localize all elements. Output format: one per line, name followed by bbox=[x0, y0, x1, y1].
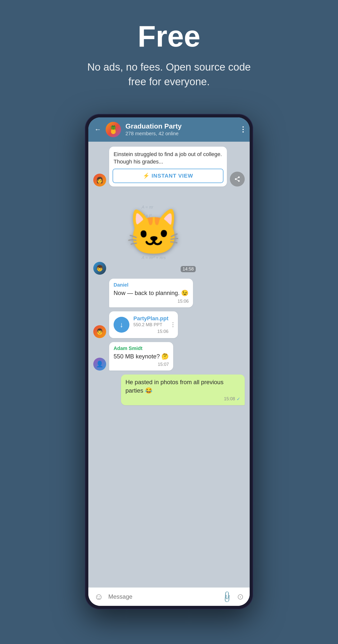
download-button[interactable]: ↓ bbox=[114, 317, 129, 333]
phone-outer: ← 🍍 Graduation Party 278 members, 42 onl… bbox=[85, 114, 253, 609]
instant-view-label: INSTANT VIEW bbox=[151, 173, 193, 179]
file-dot-2 bbox=[172, 324, 173, 325]
cat-sticker: 🐱 bbox=[126, 206, 182, 259]
self-msg-time: 15:08 bbox=[224, 396, 235, 402]
file-dot-1 bbox=[172, 322, 173, 323]
attach-button[interactable]: 📎 bbox=[220, 590, 234, 604]
back-button[interactable]: ← bbox=[94, 126, 101, 134]
instant-view-button[interactable]: ⚡ INSTANT VIEW bbox=[113, 169, 223, 183]
group-members-count: 278 members, 42 online bbox=[125, 131, 238, 136]
group-info: Graduation Party 278 members, 42 online bbox=[125, 122, 238, 136]
user-avatar-1: 👩 bbox=[93, 174, 106, 186]
file-info: PartyPlan.ppt 550.2 MB PPT 15:06 bbox=[133, 315, 169, 334]
phone-wrapper: ← 🍍 Graduation Party 278 members, 42 onl… bbox=[0, 114, 338, 609]
group-avatar: 🍍 bbox=[106, 122, 121, 137]
sticker-time: 14:58 bbox=[181, 266, 196, 272]
file-msg-meta: 15:06 bbox=[133, 329, 169, 334]
daniel-msg-time: 15:06 bbox=[177, 299, 189, 304]
daniel-msg-meta: 15:06 bbox=[114, 299, 189, 304]
adam-msg-text: 550 MB keynote? 🤔 bbox=[114, 352, 169, 361]
adam-msg-meta: 15:07 bbox=[114, 362, 169, 367]
input-bar: ☺ 📎 ⊙ bbox=[88, 588, 250, 606]
daniel-sender-name: Daniel bbox=[114, 282, 189, 288]
daniel-bubble: Daniel Now — back to planning. 😉 15:06 bbox=[109, 279, 193, 308]
group-name: Graduation Party bbox=[125, 122, 238, 130]
file-dot-3 bbox=[172, 326, 173, 327]
file-size: 550.2 MB PPT bbox=[133, 322, 169, 328]
sticker-message-row: 👦 A = πr V = l³ P = 2πr A = πr² s = √(r²… bbox=[93, 190, 245, 275]
daniel-msg-text: Now — back to planning. 😉 bbox=[114, 289, 189, 297]
file-name: PartyPlan.ppt bbox=[133, 315, 169, 322]
camera-button[interactable]: ⊙ bbox=[237, 592, 244, 602]
more-dot-3 bbox=[243, 131, 244, 132]
avatar-placeholder-1 bbox=[93, 294, 106, 308]
adam-message-row: 👤 Adam Smidt 550 MB keynote? 🤔 15:07 bbox=[93, 342, 245, 371]
user-avatar-3: 👨 bbox=[93, 325, 106, 338]
file-msg-time: 15:06 bbox=[157, 329, 169, 334]
adam-msg-time: 15:07 bbox=[158, 362, 169, 367]
file-message-row: 👨 ↓ PartyPlan.ppt 550.2 MB PPT 15:06 bbox=[93, 311, 245, 338]
self-bubble: He pasted in photos from all previous pa… bbox=[121, 374, 245, 405]
article-bubble: Einstein struggled to find a job out of … bbox=[109, 147, 227, 187]
more-options-button[interactable] bbox=[243, 126, 244, 132]
file-bubble: ↓ PartyPlan.ppt 550.2 MB PPT 15:06 bbox=[109, 311, 178, 338]
self-msg-text: He pasted in photos from all previous pa… bbox=[125, 378, 240, 394]
emoji-button[interactable]: ☺ bbox=[94, 592, 103, 602]
self-message-row: He pasted in photos from all previous pa… bbox=[93, 374, 245, 405]
chat-body: 👩 Einstein struggled to find a job out o… bbox=[88, 142, 250, 588]
user-avatar-4: 👤 bbox=[93, 358, 106, 370]
share-button[interactable] bbox=[230, 172, 245, 186]
group-avatar-emoji: 🍍 bbox=[108, 125, 118, 134]
chat-header: ← 🍍 Graduation Party 278 members, 42 onl… bbox=[88, 118, 250, 142]
file-more-button[interactable] bbox=[172, 322, 173, 327]
hero-subtitle: No ads, no fees. Open source code free f… bbox=[82, 60, 256, 89]
message-input[interactable] bbox=[108, 593, 217, 600]
self-msg-meta: 15:08 ✓ bbox=[125, 396, 240, 402]
daniel-message-row: Daniel Now — back to planning. 😉 15:06 bbox=[93, 279, 245, 308]
article-text: Einstein struggled to find a job out of … bbox=[109, 147, 227, 169]
user-avatar-2: 👦 bbox=[93, 262, 106, 275]
adam-bubble: Adam Smidt 550 MB keynote? 🤔 15:07 bbox=[109, 342, 173, 371]
article-message-row: 👩 Einstein struggled to find a job out o… bbox=[93, 147, 245, 187]
adam-sender-name: Adam Smidt bbox=[114, 346, 169, 351]
sticker-container: A = πr V = l³ P = 2πr A = πr² s = √(r²+h… bbox=[109, 190, 198, 275]
hero-title: Free bbox=[10, 20, 328, 52]
phone-screen: ← 🍍 Graduation Party 278 members, 42 onl… bbox=[88, 118, 250, 606]
more-dot-2 bbox=[243, 129, 244, 130]
hero-section: Free No ads, no fees. Open source code f… bbox=[0, 0, 338, 104]
more-dot-1 bbox=[243, 126, 244, 128]
download-icon: ↓ bbox=[120, 320, 123, 329]
instant-view-icon: ⚡ bbox=[143, 173, 149, 179]
self-msg-check: ✓ bbox=[237, 396, 240, 402]
